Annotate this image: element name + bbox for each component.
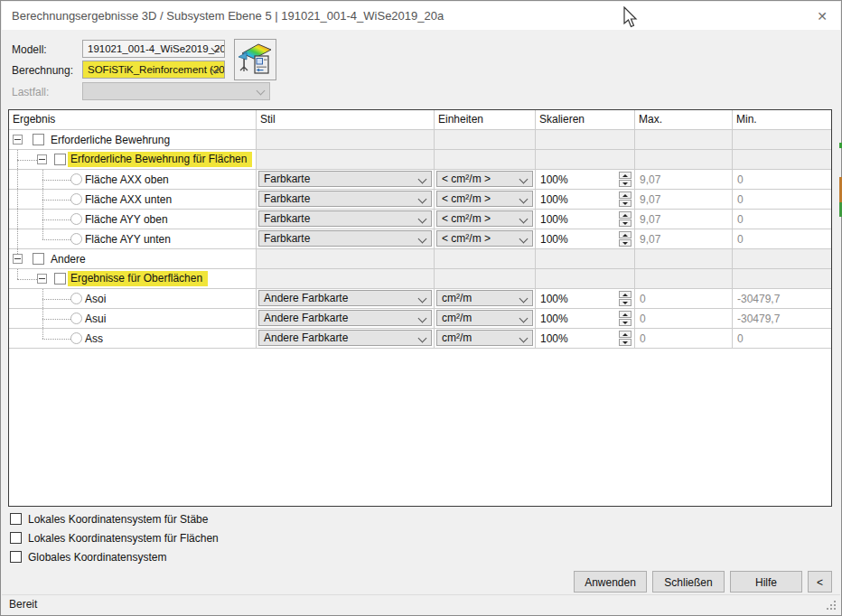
- result-cell: Asoi: [9, 289, 257, 308]
- empty-cell: [435, 249, 536, 268]
- collapse-button[interactable]: <: [808, 571, 832, 593]
- resize-grip[interactable]: [827, 601, 837, 611]
- spinner-down-button[interactable]: [619, 239, 632, 247]
- result-label: Fläche AXX unten: [85, 193, 172, 206]
- chevron-down-icon: [519, 334, 529, 343]
- stil-cell: Farbkarte: [257, 190, 435, 209]
- row-radio[interactable]: [70, 293, 82, 304]
- max-value: 9,07: [640, 213, 660, 226]
- spinner-up-button[interactable]: [619, 231, 632, 238]
- model-select[interactable]: 191021_001-4_WiSe2019_20: [82, 40, 225, 58]
- titlebar-close-button[interactable]: ✕: [811, 6, 833, 26]
- skalieren-cell: 100%: [536, 289, 635, 308]
- spinner-up-button[interactable]: [619, 172, 632, 179]
- einheiten-combobox[interactable]: < cm²/m >: [436, 210, 533, 227]
- group-label: Erforderliche Bewehrung für Flächen: [68, 152, 252, 167]
- skalieren-value[interactable]: 100%: [540, 173, 568, 186]
- spinner-down-button[interactable]: [619, 339, 632, 346]
- max-value: 0: [640, 332, 646, 345]
- apply-button[interactable]: Anwenden: [574, 571, 647, 593]
- spinner-up-button[interactable]: [619, 211, 632, 219]
- skalieren-value[interactable]: 100%: [540, 332, 568, 345]
- skalieren-value[interactable]: 100%: [540, 233, 568, 246]
- einheiten-combobox[interactable]: cm²/m: [436, 310, 533, 326]
- spinner-down-button[interactable]: [619, 200, 632, 207]
- einheiten-combobox[interactable]: cm²/m: [436, 330, 533, 346]
- spinner-up-button[interactable]: [619, 311, 632, 318]
- chevron-down-icon: [418, 215, 427, 224]
- empty-cell: [536, 249, 635, 268]
- stil-combobox[interactable]: Andere Farbkarte: [258, 330, 432, 346]
- einheiten-cell: < cm²/m >: [435, 190, 536, 209]
- einheiten-combobox[interactable]: < cm²/m >: [436, 171, 533, 187]
- einheiten-combobox[interactable]: < cm²/m >: [436, 230, 533, 247]
- stil-combobox[interactable]: Farbkarte: [258, 171, 432, 187]
- table-empty-area: [9, 349, 831, 506]
- tree-line: [42, 299, 70, 300]
- einheiten-combobox[interactable]: < cm²/m >: [436, 191, 533, 207]
- tree-line: [42, 200, 70, 201]
- tree-expander-icon[interactable]: [37, 274, 47, 284]
- stil-combobox[interactable]: Andere Farbkarte: [258, 310, 432, 326]
- spinner-down-button[interactable]: [619, 299, 632, 306]
- empty-cell: [435, 130, 536, 149]
- result-cell: Erforderliche Bewehrung: [9, 130, 257, 149]
- row-radio[interactable]: [70, 173, 82, 185]
- spinner-up-button[interactable]: [619, 331, 632, 338]
- tree-line: [17, 170, 18, 189]
- tree-expander-icon[interactable]: [37, 154, 47, 164]
- row-radio[interactable]: [70, 332, 82, 344]
- tree-expander-icon[interactable]: [13, 135, 23, 145]
- min-cell: 0: [733, 329, 831, 348]
- row-checkbox[interactable]: [54, 273, 66, 285]
- help-button[interactable]: Hilfe: [730, 571, 802, 593]
- min-cell: -30479,7: [733, 289, 831, 308]
- tree-line: [42, 319, 70, 320]
- calculation-select[interactable]: SOFiSTiK_Reinforcement (201: [82, 61, 225, 79]
- stil-combobox[interactable]: Farbkarte: [258, 191, 432, 207]
- min-cell: 0: [733, 229, 831, 248]
- local-coords-areas-checkbox[interactable]: [10, 532, 22, 544]
- stil-cell: Farbkarte: [257, 210, 435, 229]
- spinner-down-button[interactable]: [619, 219, 632, 227]
- skalieren-value[interactable]: 100%: [540, 213, 568, 226]
- row-checkbox[interactable]: [33, 134, 44, 145]
- spinner-down-button[interactable]: [619, 319, 632, 326]
- chevron-down-icon: [519, 235, 529, 244]
- skalieren-cell: 100%: [536, 329, 635, 348]
- row-radio[interactable]: [70, 213, 82, 225]
- titlebar[interactable]: Berechnungsergebnisse 3D / Subsystem Ebe…: [2, 2, 840, 30]
- table-row: Fläche AXX obenFarbkarte< cm²/m >100%9,0…: [9, 170, 831, 190]
- empty-cell: [257, 130, 435, 149]
- row-checkbox[interactable]: [54, 154, 66, 165]
- stil-cell: Farbkarte: [257, 229, 435, 248]
- local-coords-beams-checkbox[interactable]: [10, 513, 22, 525]
- row-radio[interactable]: [70, 313, 82, 324]
- close-button[interactable]: Schließen: [652, 571, 725, 593]
- spinner-up-button[interactable]: [619, 191, 632, 199]
- chevron-down-icon: [418, 235, 427, 244]
- skalieren-value[interactable]: 100%: [540, 193, 568, 206]
- global-coords-checkbox[interactable]: [10, 551, 22, 563]
- spinner-down-button[interactable]: [619, 180, 632, 187]
- skalieren-value[interactable]: 100%: [540, 313, 568, 325]
- tree-expander-icon[interactable]: [13, 254, 23, 264]
- loadcase-label: Lastfall:: [12, 86, 49, 98]
- table-row: Ergebnisse für Oberflächen: [9, 269, 831, 289]
- row-radio[interactable]: [70, 193, 82, 205]
- empty-cell: [536, 130, 635, 149]
- empty-cell: [733, 150, 831, 169]
- stil-combobox[interactable]: Farbkarte: [258, 210, 432, 227]
- skalieren-value[interactable]: 100%: [540, 293, 568, 305]
- result-cell: Fläche AXX unten: [9, 190, 257, 209]
- skalieren-spinner: [619, 231, 632, 247]
- table-row: Andere: [9, 249, 831, 269]
- stil-combobox[interactable]: Andere Farbkarte: [258, 290, 432, 306]
- spinner-up-button[interactable]: [619, 291, 632, 298]
- row-checkbox[interactable]: [33, 253, 44, 265]
- einheiten-combobox[interactable]: cm²/m: [436, 290, 533, 306]
- stil-combobox[interactable]: Farbkarte: [258, 230, 432, 247]
- chevron-down-icon: [519, 195, 529, 204]
- row-radio[interactable]: [70, 233, 82, 245]
- results-style-button[interactable]: [234, 39, 276, 80]
